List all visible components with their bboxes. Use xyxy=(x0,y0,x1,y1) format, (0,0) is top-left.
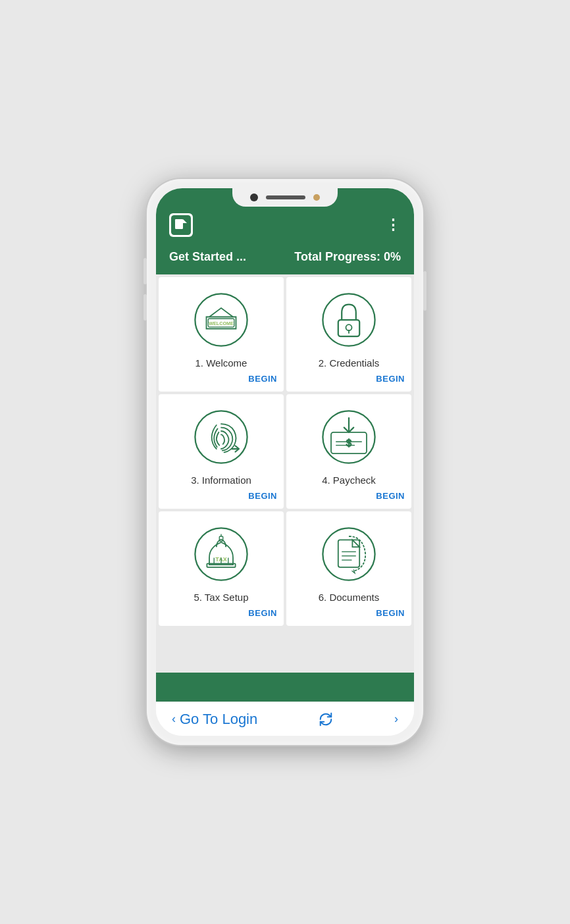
welcome-card-title: 1. Welcome xyxy=(195,357,247,369)
forward-nav-button[interactable]: › xyxy=(394,712,398,726)
tax-card-title: 5. Tax Setup xyxy=(194,592,248,603)
camera xyxy=(250,193,258,201)
phone-screen: ⋮ Get Started ... Total Progress: 0% xyxy=(156,188,414,736)
total-progress: Total Progress: 0% xyxy=(294,250,401,264)
svg-text:$: $ xyxy=(346,438,351,448)
documents-icon xyxy=(319,525,378,584)
cards-grid: WELCOME 1. Welcome BEGIN xyxy=(159,277,411,626)
tax-card[interactable]: TAX 5. Tax Setup BEGIN xyxy=(159,511,284,626)
documents-card[interactable]: 6. Documents BEGIN xyxy=(286,511,411,626)
paycheck-card-title: 4. Paycheck xyxy=(322,475,376,486)
credentials-icon xyxy=(319,290,378,349)
speaker xyxy=(266,195,305,199)
nav-bar: ‹ Go To Login › xyxy=(156,702,414,736)
svg-point-4 xyxy=(195,294,247,346)
information-card[interactable]: 3. Information BEGIN xyxy=(159,394,284,509)
tax-begin-button[interactable]: BEGIN xyxy=(248,608,277,618)
welcome-begin-button[interactable]: BEGIN xyxy=(248,374,277,384)
credentials-begin-button[interactable]: BEGIN xyxy=(376,374,405,384)
documents-begin-button[interactable]: BEGIN xyxy=(376,608,405,618)
welcome-card[interactable]: WELCOME 1. Welcome BEGIN xyxy=(159,277,284,392)
refresh-button[interactable] xyxy=(319,712,333,727)
information-begin-button[interactable]: BEGIN xyxy=(248,491,277,501)
app-header: ⋮ xyxy=(156,207,414,244)
paycheck-begin-button[interactable]: BEGIN xyxy=(376,491,405,501)
more-options-icon[interactable]: ⋮ xyxy=(386,217,401,234)
information-card-title: 3. Information xyxy=(191,475,251,486)
back-nav-button[interactable]: ‹ Go To Login xyxy=(172,711,257,728)
svg-point-11 xyxy=(195,411,247,463)
phone-device: ⋮ Get Started ... Total Progress: 0% xyxy=(147,179,423,745)
credentials-card[interactable]: 2. Credentials BEGIN xyxy=(286,277,411,392)
app-logo xyxy=(169,213,193,237)
vol-up-button xyxy=(143,258,147,284)
progress-header: Get Started ... Total Progress: 0% xyxy=(156,244,414,274)
back-chevron-icon: ‹ xyxy=(172,712,176,726)
main-content: WELCOME 1. Welcome BEGIN xyxy=(156,274,414,673)
svg-point-9 xyxy=(346,324,352,330)
welcome-icon: WELCOME xyxy=(192,290,251,349)
paycheck-icon: $ xyxy=(319,407,378,467)
credentials-card-title: 2. Credentials xyxy=(319,357,380,369)
documents-card-title: 6. Documents xyxy=(319,592,380,603)
svg-rect-2 xyxy=(175,219,183,222)
bottom-green-bar xyxy=(156,673,414,702)
paycheck-card[interactable]: $ 4. Paycheck BEGIN xyxy=(286,394,411,509)
sensor xyxy=(313,194,320,201)
power-button xyxy=(423,271,427,311)
information-icon xyxy=(192,407,251,467)
tax-icon: TAX xyxy=(192,525,251,584)
svg-rect-8 xyxy=(338,320,359,336)
go-to-login-label[interactable]: Go To Login xyxy=(180,711,257,728)
get-started-title: Get Started ... xyxy=(169,250,246,264)
vol-down-button xyxy=(143,294,147,321)
logo-icon xyxy=(169,213,193,237)
notch xyxy=(232,188,338,207)
forward-chevron-icon: › xyxy=(394,712,398,726)
svg-text:WELCOME: WELCOME xyxy=(209,321,234,326)
